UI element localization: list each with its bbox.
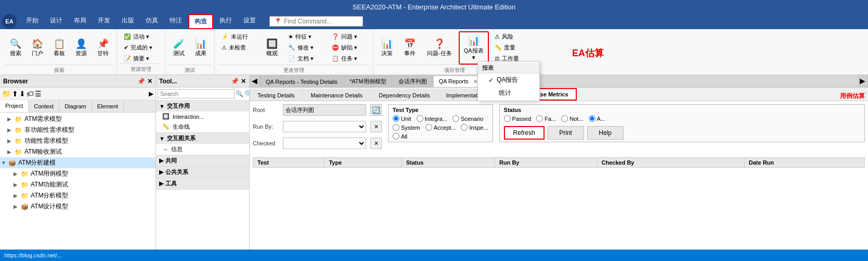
toolbox-item-message[interactable]: → 信息 xyxy=(156,144,249,155)
section-header-public-rel[interactable]: ▶ 公共关系 xyxy=(156,167,249,178)
radio-inspe[interactable]: Inspe... xyxy=(461,124,488,131)
pin-icon[interactable]: 📌 xyxy=(137,78,145,85)
tree-item-acceptance[interactable]: ▶ 📁 ATM验收测试 xyxy=(0,146,156,157)
find-command-input[interactable] xyxy=(284,18,358,25)
radio-not-input[interactable] xyxy=(561,115,568,122)
radio-all-input[interactable] xyxy=(393,133,399,140)
radio-a[interactable]: A... xyxy=(589,115,606,122)
ribbon-btn-portal[interactable]: 🏠 门户 xyxy=(27,31,48,65)
toolbox-search-icon[interactable]: 🔍 xyxy=(236,90,243,97)
ribbon-btn-board[interactable]: 📋 看板 xyxy=(49,31,70,65)
root-refresh-btn[interactable]: 🔄 xyxy=(370,104,382,116)
radio-scenario[interactable]: Scenario xyxy=(452,115,483,122)
menu-start[interactable]: 开始 xyxy=(21,14,44,29)
toolbox-item-lifeline[interactable]: 📏 生命线 xyxy=(156,121,249,132)
tab-qa-testing[interactable]: QA Reports - Testing Details xyxy=(260,76,343,87)
toolbar-arrow[interactable]: ▶ xyxy=(149,90,153,97)
runby-clear-btn[interactable]: ✕ xyxy=(370,121,382,132)
toolbar-icon-4[interactable]: 🏷 xyxy=(27,90,34,98)
ribbon-btn-qa-report[interactable]: 📊 QA报表 ▼ xyxy=(459,31,489,65)
ribbon-btn-issue[interactable]: ❓ 问题 ▾ xyxy=(328,31,370,42)
tab-nav-left[interactable]: ◀ xyxy=(250,75,260,87)
ribbon-btn-decision[interactable]: 📊 决策 xyxy=(377,31,397,65)
tab-project[interactable]: Project xyxy=(0,100,29,112)
menu-design[interactable]: 设计 xyxy=(45,14,68,29)
radio-fa[interactable]: Fa... xyxy=(536,115,556,122)
radio-all[interactable]: All xyxy=(393,133,407,140)
ribbon-btn-modify[interactable]: 🔧 修改 ▾ xyxy=(284,42,326,53)
menu-simulate[interactable]: 仿真 xyxy=(140,14,163,29)
section-header-tools[interactable]: ▶ 工具 xyxy=(156,178,249,189)
tab-context[interactable]: Context xyxy=(29,100,59,112)
print-button[interactable]: Print xyxy=(548,126,584,140)
root-input[interactable] xyxy=(283,104,366,116)
ribbon-btn-gantt[interactable]: 📌 甘特 xyxy=(93,31,113,65)
app-logo[interactable]: EA xyxy=(2,14,17,29)
radio-inspe-input[interactable] xyxy=(461,124,468,131)
tree-item-design[interactable]: ▶ 📦 ATM设计模型 xyxy=(0,201,156,212)
pin-toolbox-icon[interactable]: 📌 xyxy=(231,78,239,85)
toolbox-item-interaction[interactable]: 🔲 Interaction... xyxy=(156,111,249,121)
menu-develop[interactable]: 开发 xyxy=(93,14,115,29)
checked-select[interactable] xyxy=(283,138,366,149)
ribbon-btn-task[interactable]: 📋 任务 ▾ xyxy=(328,53,370,64)
tab-diagram[interactable]: Diagram xyxy=(59,100,92,112)
tree-item-atm-req[interactable]: ▶ 📁 ATM需求模型 xyxy=(0,114,156,125)
menu-execute[interactable]: 执行 xyxy=(214,14,237,29)
section-header-common[interactable]: ▶ 共同 xyxy=(156,155,249,166)
radio-unit[interactable]: Unit xyxy=(393,115,411,122)
radio-a-input[interactable] xyxy=(589,115,595,122)
toolbar-icon-1[interactable]: 📁 xyxy=(2,90,11,98)
toolbar-icon-3[interactable]: ⬇ xyxy=(19,90,25,98)
radio-integra-input[interactable] xyxy=(417,115,423,122)
ribbon-btn-active[interactable]: ✅ 活动 ▾ xyxy=(120,31,162,42)
ribbon-btn-result[interactable]: 📊 成果 xyxy=(190,31,211,65)
ribbon-btn-event[interactable]: 📅 事件 xyxy=(399,31,420,65)
menu-layout[interactable]: 布局 xyxy=(69,14,92,29)
tree-item-usecase[interactable]: ▶ 📁 ATM用例模型 xyxy=(0,168,156,179)
radio-accept[interactable]: Accept... xyxy=(425,124,456,131)
tree-item-func[interactable]: ▶ 📁 功能性需求模型 xyxy=(0,135,156,146)
tree-item-nonfunc[interactable]: ▶ 📁 非功能性需求模型 xyxy=(0,125,156,135)
ribbon-btn-doc[interactable]: 📄 文档 ▾ xyxy=(284,53,326,64)
tab-element[interactable]: Element xyxy=(92,100,124,112)
help-button[interactable]: Help xyxy=(587,126,624,140)
tree-item-functest[interactable]: ▶ 📁 ATM功能测试 xyxy=(0,179,156,190)
qa-tab-testing[interactable]: Testing Details xyxy=(250,90,303,101)
ribbon-btn-test[interactable]: 🧪 测试 xyxy=(169,31,189,65)
checked-clear-btn[interactable]: ✕ xyxy=(370,138,382,149)
ribbon-btn-not-run[interactable]: ⚡ 未运行 xyxy=(218,31,260,42)
radio-fa-input[interactable] xyxy=(536,115,543,122)
close-browser-btn[interactable]: ✕ xyxy=(147,78,152,85)
tab-session-sequence[interactable]: 会话序列图 xyxy=(393,76,433,87)
radio-unit-input[interactable] xyxy=(393,115,399,122)
section-header-relation[interactable]: ▼ 交互图关系 xyxy=(156,133,249,144)
radio-passed-input[interactable] xyxy=(504,115,511,122)
runby-select[interactable] xyxy=(283,121,366,132)
tree-item-analysis[interactable]: ▼ 📦 ATM分析建模 xyxy=(0,157,156,168)
radio-system-input[interactable] xyxy=(393,124,399,131)
tree-item-analysismodel[interactable]: ▶ 📁 ATM分析模型 xyxy=(0,190,156,201)
menu-settings[interactable]: 设置 xyxy=(238,14,261,29)
dropdown-statistics[interactable]: 统计 xyxy=(478,86,539,100)
qa-tab-dependency[interactable]: Dependency Details xyxy=(371,90,437,101)
toolbar-icon-5[interactable]: ☰ xyxy=(35,90,42,98)
qa-tab-maintenance[interactable]: Maintenance Details xyxy=(303,90,371,101)
ribbon-btn-complete[interactable]: ✔ 完成的 ▾ xyxy=(120,42,162,53)
close-toolbox-btn[interactable]: ✕ xyxy=(241,78,246,85)
menu-publish[interactable]: 出版 xyxy=(116,14,139,29)
tab-atm-usecase[interactable]: *ATM用例模型 xyxy=(344,76,392,87)
dropdown-qa-report[interactable]: ✓ QA报告 xyxy=(478,73,539,86)
section-header-interaction[interactable]: ▼ 交互作用 xyxy=(156,101,249,111)
ribbon-btn-feature[interactable]: ★ 特征 ▾ xyxy=(284,31,326,42)
radio-passed[interactable]: Passed xyxy=(504,115,532,122)
ribbon-btn-summary[interactable]: 📝 摘要 ▾ xyxy=(120,53,162,64)
ribbon-btn-risk[interactable]: ⚠ 风险 xyxy=(491,31,533,42)
radio-accept-input[interactable] xyxy=(425,124,432,131)
ribbon-btn-resource[interactable]: 👤 资源 xyxy=(71,31,92,65)
ribbon-btn-issue-task[interactable]: ❓ 问题-任务 xyxy=(422,31,457,65)
tab-qa-reports[interactable]: QA Reports ✕ xyxy=(433,76,485,87)
ribbon-btn-defect[interactable]: ⛔ 缺陷 ▾ xyxy=(328,42,370,53)
menu-special[interactable]: 特汪 xyxy=(164,14,187,29)
ribbon-btn-overview[interactable]: 🔲 概观 xyxy=(262,31,282,65)
